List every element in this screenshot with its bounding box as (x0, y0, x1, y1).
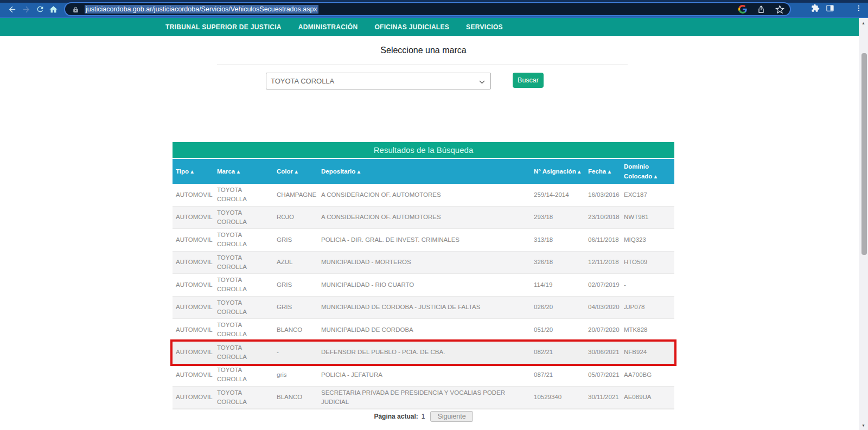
page-scrollbar[interactable]: ▲ ▼ (859, 18, 868, 430)
cell: TOYOTA COROLLA (214, 342, 273, 363)
table-row: AUTOMOVILTOYOTA COROLLAGRISPOLICIA - DIR… (173, 229, 674, 252)
divider (217, 65, 628, 65)
cell: 026/20 (531, 301, 585, 313)
cell: 082/21 (531, 346, 585, 358)
home-button[interactable] (48, 4, 58, 14)
cell: 06/11/2018 (585, 234, 621, 246)
back-button[interactable] (7, 4, 17, 14)
url-input[interactable]: justiciacordoba.gob.ar/justiciacordoba/S… (85, 5, 318, 14)
browser-toolbar: justiciacordoba.gob.ar/justiciacordoba/S… (0, 0, 868, 18)
reload-button[interactable] (35, 4, 45, 14)
scroll-up-arrow[interactable]: ▲ (859, 19, 868, 27)
side-panel-button[interactable] (825, 4, 835, 14)
scrollbar-thumb[interactable] (861, 53, 867, 255)
address-bar[interactable]: justiciacordoba.gob.ar/justiciacordoba/S… (64, 2, 791, 16)
cell: TOYOTA COROLLA (214, 184, 273, 206)
next-page-button[interactable]: Siguiente (430, 411, 473, 422)
cell: A CONSIDERACION OF. AUTOMOTORES (318, 211, 531, 223)
cell: TOYOTA COROLLA (214, 297, 273, 318)
kebab-menu-icon (855, 4, 863, 14)
cell: - (621, 279, 674, 291)
nav-item-3[interactable]: SERVICIOS (466, 23, 503, 31)
cell: MUNICIPALIDAD DE CORDOBA (318, 324, 531, 336)
cell: 114/19 (531, 279, 585, 291)
home-icon (49, 5, 58, 14)
column-header-2[interactable]: Color ▴ (273, 159, 318, 184)
results-header-row: Tipo ▴Marca ▴Color ▴Depositario ▴N° Asig… (173, 159, 674, 184)
results-table: Resultados de la Búsqueda Tipo ▴Marca ▴C… (173, 142, 674, 423)
extensions-button[interactable] (810, 4, 820, 14)
table-row: AUTOMOVILTOYOTA COROLLABLANCOSECRETARIA … (173, 387, 674, 409)
cell: NWT981 (621, 211, 674, 223)
pagination-bar: Página actual: 1 Siguiente (173, 409, 674, 423)
cell: 30/11/2021 (585, 392, 621, 403)
cell: AUTOMOVIL (173, 279, 214, 291)
cell: TOYOTA COROLLA (214, 229, 273, 251)
cell: gris (273, 369, 318, 381)
puzzle-icon (811, 4, 820, 15)
site-nav: TRIBUNAL SUPERIOR DE JUSTICIAADMINISTRAC… (0, 18, 859, 36)
bookmark-star-icon[interactable] (775, 4, 784, 14)
column-header-3[interactable]: Depositario ▴ (318, 159, 531, 184)
nav-item-0[interactable]: TRIBUNAL SUPERIOR DE JUSTICIA (165, 23, 282, 31)
cell: 30/06/2021 (585, 346, 621, 358)
cell: TOYOTA COROLLA (214, 252, 273, 273)
cell: AUTOMOVIL (173, 392, 214, 403)
column-header-4[interactable]: N° Asignación ▴ (531, 159, 585, 184)
scroll-down-arrow[interactable]: ▼ (859, 421, 868, 429)
cell: AA700BG (621, 369, 674, 381)
cell: A CONSIDERACION OF. AUTOMOTORES (318, 189, 531, 201)
results-title: Resultados de la Búsqueda (173, 142, 674, 158)
cell: - (273, 346, 318, 358)
cell: MIQ323 (621, 234, 674, 246)
cell: GRIS (273, 234, 318, 246)
back-arrow-icon (8, 5, 17, 14)
current-page-number: 1 (422, 413, 425, 420)
current-page-label: Página actual: (374, 413, 418, 420)
column-header-1[interactable]: Marca ▴ (214, 159, 273, 184)
results-body: AUTOMOVILTOYOTA COROLLACHAMPAGNEA CONSID… (173, 184, 674, 409)
share-icon[interactable] (756, 4, 766, 14)
cell: EXC187 (621, 189, 674, 201)
cell: ROJO (273, 211, 318, 223)
google-logo-icon[interactable] (738, 4, 748, 14)
browser-menu-button[interactable] (854, 4, 864, 14)
forward-button[interactable] (21, 4, 31, 14)
cell: 087/21 (531, 369, 585, 381)
cell: AUTOMOVIL (173, 369, 214, 381)
reload-icon (36, 5, 44, 14)
cell: TOYOTA COROLLA (214, 274, 273, 296)
side-panel-icon (826, 4, 834, 15)
cell: 10529340 (531, 392, 585, 403)
nav-item-2[interactable]: OFICINAS JUDICIALES (374, 23, 449, 31)
column-header-0[interactable]: Tipo ▴ (173, 159, 214, 184)
cell: BLANCO (273, 392, 318, 403)
column-header-5[interactable]: Fecha ▴ (585, 159, 621, 184)
nav-item-1[interactable]: ADMINISTRACIÓN (298, 23, 358, 31)
search-button[interactable]: Buscar (513, 73, 544, 88)
lock-icon[interactable] (71, 4, 80, 14)
cell: MUNICIPALIDAD - MORTEROS (318, 256, 531, 268)
cell: GRIS (273, 301, 318, 313)
brand-select[interactable]: TOYOTA COROLLA (266, 73, 491, 89)
cell: 051/20 (531, 324, 585, 336)
cell: AUTOMOVIL (173, 211, 214, 223)
cell: JJP078 (621, 301, 674, 313)
table-row: AUTOMOVILTOYOTA COROLLABLANCOMUNICIPALID… (173, 319, 674, 342)
cell: HTO509 (621, 256, 674, 268)
cell: AUTOMOVIL (173, 301, 214, 313)
column-header-6[interactable]: Dominio Colocado ▴ (621, 159, 674, 184)
cell: MTK828 (621, 324, 674, 336)
table-row: AUTOMOVILTOYOTA COROLLAGRISMUNICIPALIDAD… (173, 297, 674, 319)
cell: 20/07/2020 (585, 324, 621, 336)
cell: TOYOTA COROLLA (214, 319, 273, 341)
cell: MUNICIPALIDAD - RIO CUARTO (318, 279, 531, 291)
cell: POLICIA - DIR. GRAL. DE INVEST. CRIMINAL… (318, 234, 531, 246)
cell: DEFENSOR DEL PUEBLO - PCIA. DE CBA. (318, 346, 531, 358)
cell: 326/18 (531, 256, 585, 268)
cell: AUTOMOVIL (173, 346, 214, 358)
cell: TOYOTA COROLLA (214, 387, 273, 408)
cell: 02/07/2019 (585, 279, 621, 291)
table-row: AUTOMOVILTOYOTA COROLLAGRISMUNICIPALIDAD… (173, 274, 674, 297)
cell: NFB924 (621, 346, 674, 358)
